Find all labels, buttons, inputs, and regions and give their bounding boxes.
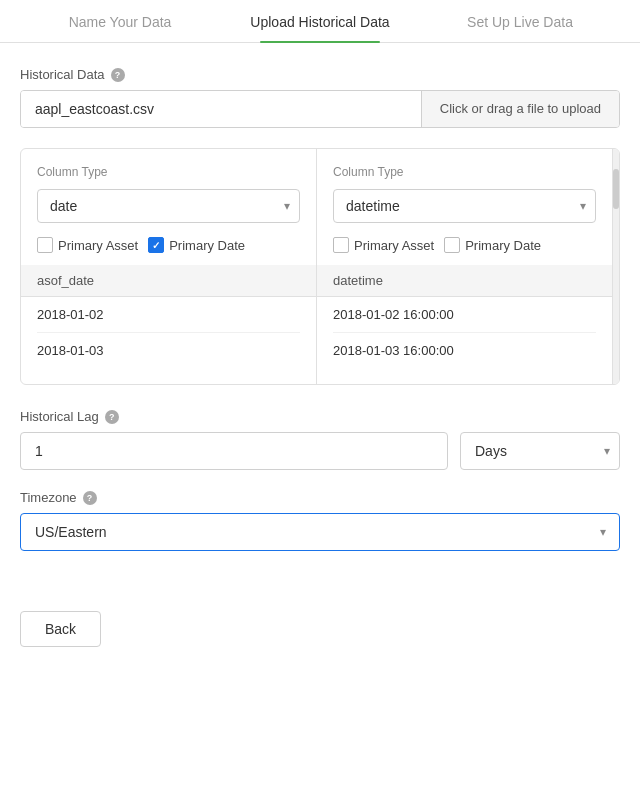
data-row-1-1: 2018-01-03 16:00:00: [333, 333, 596, 368]
checkbox-row-1: Primary Asset Primary Date: [333, 237, 596, 253]
primary-asset-box-1[interactable]: [333, 237, 349, 253]
filename-display: aapl_eastcoast.csv: [21, 91, 421, 127]
historical-lag-help-icon[interactable]: ?: [105, 410, 119, 424]
main-content: Historical Data ? aapl_eastcoast.csv Cli…: [0, 43, 640, 595]
historical-lag-label: Historical Lag ?: [20, 409, 620, 424]
data-row-1-0: 2018-01-02 16:00:00: [333, 297, 596, 333]
primary-asset-checkbox-0[interactable]: Primary Asset: [37, 237, 138, 253]
lag-row: Days Hours Minutes ▾: [20, 432, 620, 470]
column-card-1: Column Type date datetime string number …: [317, 149, 613, 384]
primary-date-checkbox-1[interactable]: Primary Date: [444, 237, 541, 253]
lag-value-input[interactable]: [20, 432, 448, 470]
upload-row: aapl_eastcoast.csv Click or drag a file …: [20, 90, 620, 128]
tab-setup-live[interactable]: Set Up Live Data: [420, 0, 620, 42]
scrollbar-thumb[interactable]: [613, 169, 619, 209]
data-row-0-1: 2018-01-03: [37, 333, 300, 368]
primary-asset-checkbox-1[interactable]: Primary Asset: [333, 237, 434, 253]
tab-bar: Name Your Data Upload Historical Data Se…: [0, 0, 640, 43]
column-type-select-0[interactable]: date datetime string number: [37, 189, 300, 223]
historical-data-help-icon[interactable]: ?: [111, 68, 125, 82]
timezone-select[interactable]: US/Eastern US/Central US/Pacific UTC: [20, 513, 620, 551]
primary-asset-box-0[interactable]: [37, 237, 53, 253]
timezone-label: Timezone ?: [20, 490, 620, 505]
historical-lag-section: Historical Lag ? Days Hours Minutes ▾: [20, 409, 620, 470]
primary-date-checkbox-0[interactable]: Primary Date: [148, 237, 245, 253]
checkbox-row-0: Primary Asset Primary Date: [37, 237, 300, 253]
column-type-select-wrapper-0: date datetime string number ▾: [37, 189, 300, 223]
tab-name-data[interactable]: Name Your Data: [20, 0, 220, 42]
column-type-label-1: Column Type: [333, 165, 596, 179]
tab-upload-historical[interactable]: Upload Historical Data: [220, 0, 420, 42]
data-header-0: asof_date: [21, 265, 316, 297]
column-type-label-0: Column Type: [37, 165, 300, 179]
footer: Back: [0, 595, 640, 663]
primary-date-box-1[interactable]: [444, 237, 460, 253]
timezone-section: Timezone ? US/Eastern US/Central US/Paci…: [20, 490, 620, 551]
timezone-help-icon[interactable]: ?: [83, 491, 97, 505]
back-button[interactable]: Back: [20, 611, 101, 647]
timezone-wrapper: US/Eastern US/Central US/Pacific UTC ▾: [20, 513, 620, 551]
data-header-1: datetime: [317, 265, 612, 297]
data-row-0-0: 2018-01-02: [37, 297, 300, 333]
lag-unit-wrapper: Days Hours Minutes ▾: [460, 432, 620, 470]
column-type-select-wrapper-1: date datetime string number ▾: [333, 189, 596, 223]
historical-data-label: Historical Data ?: [20, 67, 620, 82]
column-type-select-1[interactable]: date datetime string number: [333, 189, 596, 223]
scrollbar-track[interactable]: [613, 149, 619, 384]
lag-unit-select[interactable]: Days Hours Minutes: [460, 432, 620, 470]
column-card-0: Column Type date datetime string number …: [21, 149, 317, 384]
upload-button[interactable]: Click or drag a file to upload: [421, 91, 619, 127]
primary-date-box-0[interactable]: [148, 237, 164, 253]
